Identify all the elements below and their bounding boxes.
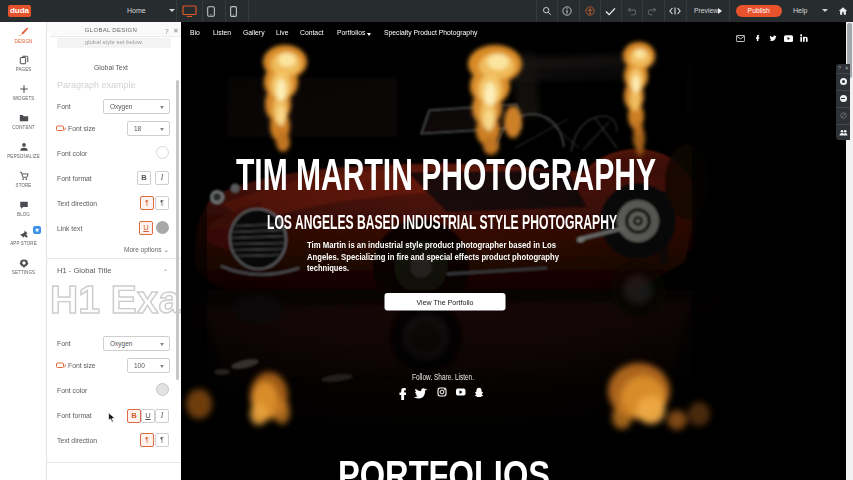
svg-text:Follow. Share. Listen.: Follow. Share. Listen. [412,372,474,382]
svg-text:TIM MARTIN PHOTOGRAPHY: TIM MARTIN PHOTOGRAPHY [236,149,656,200]
svg-text:View The Portfolio: View The Portfolio [417,298,474,307]
svg-text:Angeles. Specializing in fire: Angeles. Specializing in fire and specia… [307,251,560,262]
svg-text:Tim Martin is an industrial st: Tim Martin is an industrial style produc… [307,239,556,250]
svg-text:LOS ANGELES BASED INDUSTRIAL S: LOS ANGELES BASED INDUSTRIAL STYLE PHOTO… [267,211,617,233]
svg-text:techniques.: techniques. [307,262,349,273]
svg-text:PORTFOLIOS: PORTFOLIOS [338,453,550,480]
